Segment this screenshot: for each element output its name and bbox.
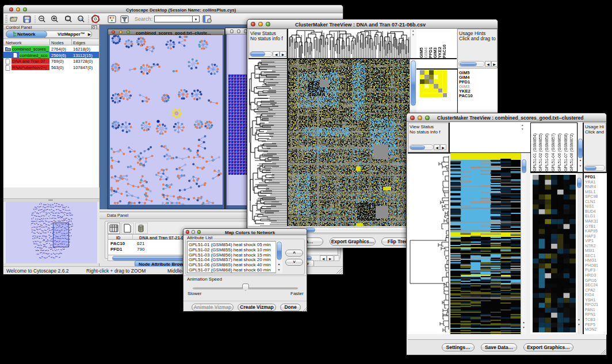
svg-text:1:1: 1:1	[79, 18, 83, 21]
